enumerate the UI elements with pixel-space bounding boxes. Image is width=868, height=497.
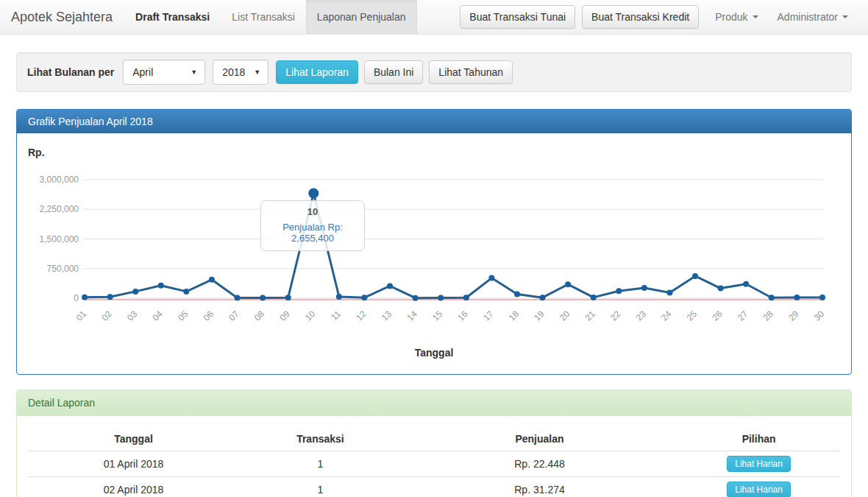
table-row: 01 April 20181Rp. 22.448Lihat Harian xyxy=(28,451,840,477)
caret-down-icon xyxy=(842,15,848,18)
data-point-day-13[interactable] xyxy=(387,283,393,289)
cell-transaksi: 1 xyxy=(239,477,402,497)
y-tick-label: 750,000 xyxy=(47,264,79,274)
administrator-dropdown-label: Administrator xyxy=(778,11,838,23)
x-tick-label: 05 xyxy=(176,309,191,323)
x-tick-label: 15 xyxy=(430,309,445,323)
chart-panel-title: Grafik Penjualan April 2018 xyxy=(17,110,851,133)
x-axis-title: Tanggal xyxy=(17,347,851,359)
x-tick-label: 13 xyxy=(380,309,394,323)
data-point-day-07[interactable] xyxy=(235,295,241,301)
buat-transaksi-kredit-button[interactable]: Buat Transaksi Kredit xyxy=(582,5,699,29)
lihat-harian-button[interactable]: Lihat Harian xyxy=(727,456,791,472)
data-point-day-24[interactable] xyxy=(667,290,673,296)
x-tick-label: 02 xyxy=(99,309,114,323)
data-point-day-30[interactable] xyxy=(819,295,825,300)
x-tick-label: 27 xyxy=(736,309,750,323)
lihat-laporan-button[interactable]: Lihat Laporan xyxy=(276,60,358,84)
buat-transaksi-tunai-button[interactable]: Buat Transaksi Tunai xyxy=(460,5,575,29)
x-tick-label: 01 xyxy=(74,309,89,323)
sales-line-chart[interactable]: Rp. 3,000,0002,250,0001,500,000750,00000… xyxy=(17,133,851,374)
bulan-ini-button[interactable]: Bulan Ini xyxy=(364,60,423,84)
y-tick-label: 3,000,000 xyxy=(40,175,79,185)
data-point-day-28[interactable] xyxy=(769,295,775,300)
data-point-day-06[interactable] xyxy=(209,277,215,283)
data-point-day-21[interactable] xyxy=(591,295,597,300)
data-point-day-27[interactable] xyxy=(743,281,749,287)
data-point-day-29[interactable] xyxy=(794,295,800,300)
data-point-day-26[interactable] xyxy=(718,286,724,292)
data-point-day-23[interactable] xyxy=(641,285,647,291)
x-tick-label: 08 xyxy=(252,309,267,323)
x-tick-label: 14 xyxy=(405,309,419,323)
data-point-day-12[interactable] xyxy=(361,295,367,300)
data-point-day-19[interactable] xyxy=(540,295,546,300)
tooltip-day: 10 xyxy=(264,206,361,217)
data-point-day-20[interactable] xyxy=(565,281,571,287)
produk-dropdown[interactable]: Produk xyxy=(705,11,767,23)
detail-panel-body: TanggalTransaksiPenjualanPilihan 01 Apri… xyxy=(17,416,851,497)
year-select[interactable]: 2018 ▼ xyxy=(213,60,268,85)
data-point-day-17[interactable] xyxy=(488,275,494,281)
x-tick-label: 30 xyxy=(812,309,827,323)
data-point-day-25[interactable] xyxy=(692,273,698,279)
x-tick-label: 20 xyxy=(558,309,572,323)
chart-tooltip: 10 Penjualan Rp: 2,655,400 xyxy=(260,200,365,251)
data-point-day-10[interactable] xyxy=(308,188,319,199)
data-point-day-05[interactable] xyxy=(183,289,189,295)
column-header-tanggal: Tanggal xyxy=(28,427,239,451)
lihat-harian-button[interactable]: Lihat Harian xyxy=(727,482,791,497)
nav-tab-laponan-penjualan[interactable]: Laponan Penjualan xyxy=(306,0,417,34)
detail-report-panel: Detail Laporan TanggalTransaksiPenjualan… xyxy=(16,390,852,497)
x-tick-label: 16 xyxy=(456,309,471,323)
app-brand[interactable]: Apotek Sejahtera xyxy=(0,0,124,34)
table-header-row: TanggalTransaksiPenjualanPilihan xyxy=(28,427,840,451)
chart-canvas[interactable]: 3,000,0002,250,0001,500,000750,000001020… xyxy=(17,133,851,343)
nav-tab-draft-transaksi[interactable]: Draft Transaksi xyxy=(124,0,221,34)
cell-penjualan: Rp. 22.448 xyxy=(402,451,677,477)
data-point-day-15[interactable] xyxy=(438,295,444,301)
y-tick-label: 1,500,000 xyxy=(40,234,79,244)
year-select-value: 2018 xyxy=(222,66,245,78)
tooltip-value: Penjualan Rp: 2,655,400 xyxy=(264,222,361,244)
column-header-penjualan: Penjualan xyxy=(402,427,677,451)
cell-tanggal: 02 April 2018 xyxy=(28,477,239,497)
data-point-day-02[interactable] xyxy=(107,294,113,300)
administrator-dropdown[interactable]: Administrator xyxy=(768,11,858,23)
data-point-day-18[interactable] xyxy=(514,292,520,297)
data-point-day-09[interactable] xyxy=(285,295,291,300)
data-point-day-03[interactable] xyxy=(132,289,138,295)
x-tick-label: 12 xyxy=(354,309,369,323)
data-point-day-14[interactable] xyxy=(413,295,419,301)
column-header-pilihan: Pilihan xyxy=(677,427,840,451)
month-select[interactable]: April ▼ xyxy=(123,60,205,85)
cell-pilihan: Lihat Harian xyxy=(677,477,840,497)
chevron-down-icon: ▼ xyxy=(191,68,197,76)
nav-tab-list-transaksi[interactable]: List Transaksi xyxy=(221,0,306,34)
x-tick-label: 28 xyxy=(761,309,776,323)
data-point-day-16[interactable] xyxy=(463,295,469,300)
x-tick-label: 04 xyxy=(151,309,166,323)
cell-tanggal: 01 April 2018 xyxy=(28,451,239,477)
filter-label: Lihat Bulanan per xyxy=(27,66,114,78)
x-tick-label: 17 xyxy=(481,309,496,323)
x-tick-label: 21 xyxy=(583,309,597,323)
navbar-right: Buat Transaksi TunaiBuat Transaksi Kredi… xyxy=(460,0,868,34)
data-point-day-11[interactable] xyxy=(336,294,342,300)
data-point-day-04[interactable] xyxy=(158,283,164,289)
x-tick-label: 29 xyxy=(786,309,801,323)
x-tick-label: 06 xyxy=(202,309,216,323)
lihat-tahunan-button[interactable]: Lihat Tahunan xyxy=(429,60,513,84)
data-point-day-08[interactable] xyxy=(260,295,266,301)
cell-transaksi: 1 xyxy=(239,451,402,477)
data-point-day-22[interactable] xyxy=(616,288,622,294)
x-tick-label: 23 xyxy=(634,309,649,323)
sales-chart-panel: Grafik Penjualan April 2018 Rp. 3,000,00… xyxy=(16,109,852,375)
detail-panel-title: Detail Laporan xyxy=(17,390,851,416)
nav-tabs: Draft TransaksiList TransaksiLaponan Pen… xyxy=(124,0,416,34)
table-row: 02 April 20181Rp. 31.274Lihat Harian xyxy=(28,477,840,497)
x-tick-label: 22 xyxy=(608,309,623,323)
daily-sales-table: TanggalTransaksiPenjualanPilihan 01 Apri… xyxy=(28,427,840,497)
produk-dropdown-label: Produk xyxy=(715,11,747,23)
data-point-day-01[interactable] xyxy=(82,295,88,300)
